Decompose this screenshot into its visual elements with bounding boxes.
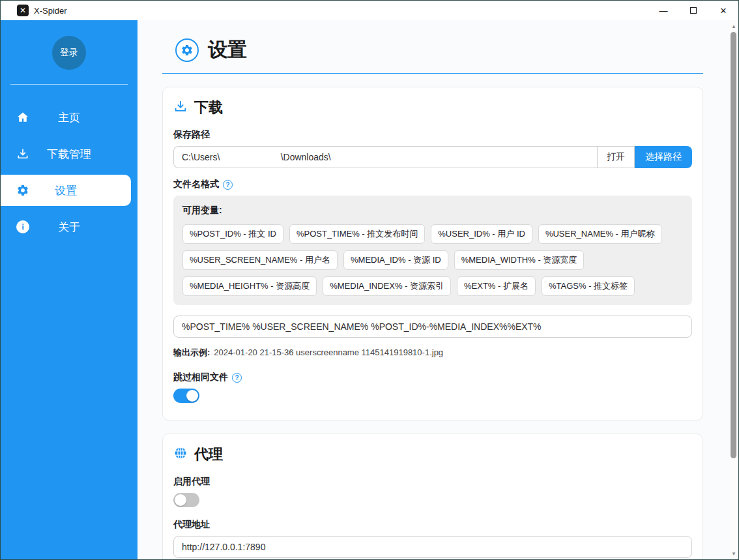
skip-same-file-help-icon[interactable]: ? — [232, 373, 242, 383]
download-section-icon — [173, 99, 188, 116]
variable-tag[interactable]: %USER_NAME% - 用户昵称 — [538, 224, 662, 244]
sidebar-item-home[interactable]: 主页 — [1, 102, 138, 133]
choose-path-button[interactable]: 选择路径 — [635, 146, 692, 168]
save-path-label: 保存路径 — [173, 129, 692, 141]
variable-tag[interactable]: %EXT% - 扩展名 — [457, 276, 536, 296]
output-example-value: 2024-01-20 21-15-36 userscreenname 11451… — [214, 347, 443, 357]
proxy-address-label: 代理地址 — [173, 519, 692, 531]
available-variables-panel: 可用变量: %POST_ID% - 推文 ID %POST_TIME% - 推文… — [173, 196, 692, 305]
sidebar-divider — [10, 84, 128, 85]
proxy-section-icon — [173, 446, 188, 463]
sidebar-item-settings[interactable]: 设置 — [1, 175, 131, 206]
output-example: 输出示例:2024-01-20 21-15-36 userscreenname … — [173, 347, 692, 359]
info-icon: i — [15, 219, 31, 235]
enable-proxy-label: 启用代理 — [173, 476, 692, 488]
proxy-address-input[interactable] — [173, 536, 692, 558]
sidebar-item-downloads[interactable]: 下载管理 — [1, 138, 138, 169]
variable-tag[interactable]: %MEDIA_ID% - 资源 ID — [343, 250, 448, 270]
window-title: X-Spider — [34, 6, 67, 16]
download-settings-card: 下载 保存路径 打开 选择路径 文件名格式 ? 可用变量: %POST_ID% … — [162, 87, 703, 420]
download-section-title: 下载 — [194, 98, 223, 117]
open-path-button[interactable]: 打开 — [597, 146, 635, 168]
variable-tag[interactable]: %MEDIA_INDEX% - 资源索引 — [323, 276, 451, 296]
maximize-button[interactable] — [678, 1, 708, 20]
variable-tag[interactable]: %POST_TIME% - 推文发布时间 — [289, 224, 425, 244]
page-title: 设置 — [208, 37, 247, 63]
sidebar: 登录 主页 下载管理 设置 i 关于 — [1, 20, 138, 559]
app-logo-icon: ✕ — [17, 5, 29, 16]
proxy-section-title: 代理 — [194, 445, 223, 464]
home-icon — [15, 110, 31, 125]
skip-same-file-toggle[interactable] — [173, 389, 199, 403]
settings-page-icon — [175, 38, 199, 62]
variables-label: 可用变量: — [182, 205, 683, 216]
toggle-knob — [186, 390, 198, 402]
vertical-scrollbar: ▲ ▼ — [730, 21, 738, 559]
variable-tag[interactable]: %USER_ID% - 用户 ID — [431, 224, 532, 244]
sidebar-item-about[interactable]: i 关于 — [1, 211, 138, 243]
main-content: 设置 下载 保存路径 打开 选择路径 文件名格式 ? — [138, 20, 738, 559]
save-path-group: 打开 选择路径 — [173, 146, 692, 168]
title-bar: ✕ X-Spider — ✕ — [1, 1, 738, 20]
minimize-button[interactable]: — — [648, 1, 678, 20]
close-button[interactable]: ✕ — [708, 1, 738, 20]
output-example-label: 输出示例: — [173, 347, 210, 357]
enable-proxy-toggle[interactable] — [173, 493, 199, 507]
login-button[interactable]: 登录 — [52, 36, 86, 70]
filename-format-help-icon[interactable]: ? — [223, 180, 233, 190]
skip-same-file-label: 跳过相同文件 — [173, 372, 228, 383]
save-path-input[interactable] — [173, 146, 597, 168]
scroll-up-arrow-icon[interactable]: ▲ — [730, 22, 738, 30]
variable-tag[interactable]: %MEDIA_WIDTH% - 资源宽度 — [454, 250, 585, 270]
filename-format-input[interactable] — [173, 316, 692, 338]
scroll-down-arrow-icon[interactable]: ▼ — [730, 550, 738, 557]
variable-tag[interactable]: %TAGS% - 推文标签 — [542, 276, 635, 296]
filename-format-label: 文件名格式 — [173, 179, 219, 190]
download-icon — [15, 146, 31, 162]
page-header: 设置 — [138, 20, 738, 63]
variable-tag[interactable]: %USER_SCREEN_NAME% - 用户名 — [182, 250, 338, 270]
proxy-settings-card: 代理 启用代理 代理地址 — [162, 434, 703, 559]
maximize-icon — [690, 7, 697, 14]
scrollbar-thumb[interactable] — [731, 32, 736, 458]
toggle-knob — [175, 494, 186, 506]
window-controls: — ✕ — [648, 1, 738, 20]
variable-tag[interactable]: %MEDIA_HEIGHT% - 资源高度 — [182, 276, 317, 296]
variable-tag[interactable]: %POST_ID% - 推文 ID — [182, 224, 283, 244]
gear-icon — [15, 183, 31, 198]
sidebar-menu: 主页 下载管理 设置 i 关于 — [1, 102, 138, 243]
